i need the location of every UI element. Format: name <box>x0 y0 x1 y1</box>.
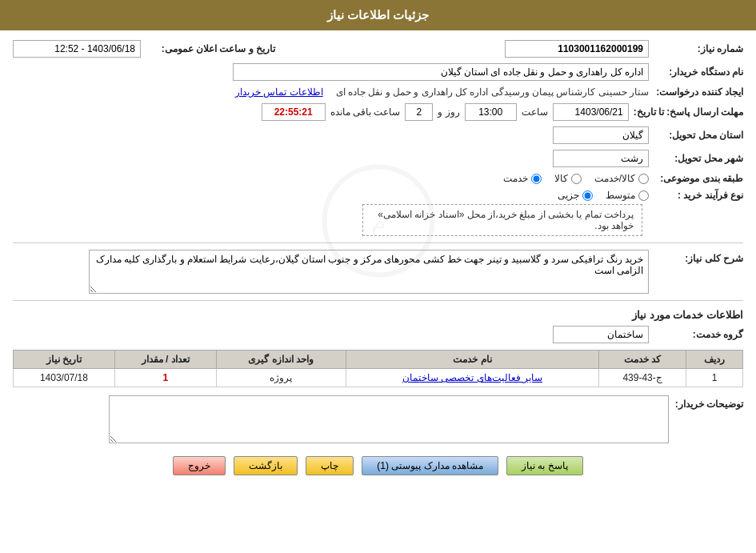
service-table-container: ردیف کد خدمت نام خدمت واحد اندازه گیری ت… <box>13 350 743 387</box>
category-label: طبقه بندی موضوعی: <box>655 173 743 184</box>
back-button[interactable]: بازگشت <box>234 456 298 475</box>
group-input <box>553 326 649 343</box>
category-goods-radio[interactable] <box>571 174 582 184</box>
row-date: 1403/07/18 <box>14 369 115 387</box>
deadline-day-label: روز و <box>438 106 459 118</box>
col-unit: واحد اندازه گیری <box>216 351 346 369</box>
city-label: شهر محل تحویل: <box>655 153 743 164</box>
purchase-type-label: نوع فرآیند خرید : <box>655 190 743 201</box>
description-textarea: خرید رنگ ترافیکی سرد و گلاسبید و تینر جه… <box>89 250 649 294</box>
row-number: 1 <box>686 369 743 387</box>
date-input <box>13 40 141 58</box>
group-label: گروه خدمت: <box>655 329 743 340</box>
category-goods-label: کالا <box>554 173 568 184</box>
buyer-name-label: نام دستگاه خریدار: <box>655 66 743 78</box>
province-label: استان محل تحویل: <box>655 130 743 141</box>
table-row: 1 ج-43-439 سایر فعالیت‌های تخصصی ساختمان… <box>14 369 743 387</box>
row-count: 1 <box>114 369 216 387</box>
col-name: نام خدمت <box>346 351 598 369</box>
deadline-remaining-label: ساعت باقی مانده <box>330 106 401 118</box>
purchase-type-medium-radio[interactable] <box>638 190 649 201</box>
col-count: تعداد / مقدار <box>114 351 216 369</box>
deadline-days-input <box>405 103 433 121</box>
col-date: تاریخ نیاز <box>14 351 115 369</box>
service-table: ردیف کد خدمت نام خدمت واحد اندازه گیری ت… <box>13 350 743 387</box>
contact-link[interactable]: اطلاعات تماس خریدار <box>235 86 323 98</box>
col-row: ردیف <box>686 351 743 369</box>
row-unit: پروژه <box>216 369 346 387</box>
category-goods-service-radio[interactable] <box>638 174 649 184</box>
purchase-type-medium-label: متوسط <box>606 190 635 201</box>
category-radio-group: کالا/خدمت کالا خدمت <box>503 173 649 184</box>
deadline-date-input <box>553 103 629 121</box>
description-label: شرح کلی نیاز: <box>655 253 743 264</box>
service-info-title: اطلاعات خدمات مورد نیاز <box>13 309 743 321</box>
date-label: تاریخ و ساعت اعلان عمومی: <box>147 43 275 54</box>
city-input <box>553 150 649 167</box>
notes-label: توضیحات خریدار: <box>675 399 743 410</box>
button-bar: پاسخ به نیاز مشاهده مدارک پیوستی (1) چاپ… <box>13 456 743 485</box>
buyer-name-input <box>233 63 649 81</box>
row-code: ج-43-439 <box>598 369 686 387</box>
need-number-input <box>505 40 649 58</box>
payment-notice: پرداخت تمام یا بخشی از مبلغ خرید،از محل … <box>362 204 642 236</box>
requester-label: ایجاد کننده درخواست: <box>655 86 743 98</box>
purchase-type-radio-group: متوسط جزیی <box>362 190 649 201</box>
category-service-radio[interactable] <box>531 174 542 184</box>
notes-section: توضیحات خریدار: <box>13 395 743 443</box>
notes-textarea[interactable] <box>109 395 669 443</box>
province-input <box>553 126 649 144</box>
page-title: جزئیات اطلاعات نیاز <box>327 8 429 22</box>
requester-value: ستار حسینی کارشناس پیمان ورسیدگی اداره ک… <box>336 86 649 98</box>
need-number-label: شماره نیاز: <box>655 43 743 54</box>
purchase-type-partial-radio[interactable] <box>582 190 593 201</box>
deadline-time-label: ساعت <box>522 106 548 118</box>
col-code: کد خدمت <box>598 351 686 369</box>
purchase-type-partial-label: جزیی <box>558 190 579 201</box>
row-name[interactable]: سایر فعالیت‌های تخصصی ساختمان <box>346 369 598 387</box>
category-goods-service-label: کالا/خدمت <box>594 173 635 184</box>
reply-button[interactable]: پاسخ به نیاز <box>506 456 583 475</box>
view-docs-button[interactable]: مشاهده مدارک پیوستی (1) <box>362 456 498 475</box>
deadline-time-input <box>465 103 517 121</box>
category-service-label: خدمت <box>503 173 528 184</box>
deadline-label: مهلت ارسال پاسخ: تا تاریخ: <box>634 106 743 118</box>
print-button[interactable]: چاپ <box>306 456 354 475</box>
exit-button[interactable]: خروج <box>173 456 226 475</box>
page-header: جزئیات اطلاعات نیاز <box>0 0 756 30</box>
deadline-remaining-input <box>262 103 326 121</box>
